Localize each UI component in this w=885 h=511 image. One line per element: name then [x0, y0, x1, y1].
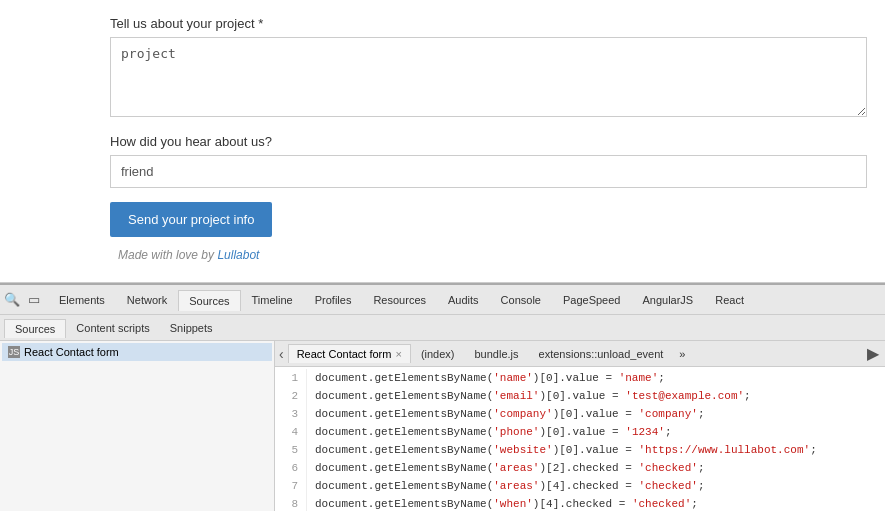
subtab-snippets[interactable]: Snippets	[160, 319, 223, 337]
footer-text: Made with love by Lullabot	[110, 247, 865, 262]
tab-resources[interactable]: Resources	[362, 289, 437, 310]
code-line-8: 8document.getElementsByName('when')[4].c…	[275, 495, 885, 511]
editor-tab-extensions[interactable]: extensions::unload_event	[529, 345, 674, 363]
more-tabs-button[interactable]: »	[673, 345, 691, 363]
line-number: 1	[275, 369, 307, 387]
heard-input[interactable]	[110, 155, 867, 188]
sources-body: JS React Contact form ‹ React Contact fo…	[0, 341, 885, 511]
code-line-4: 4document.getElementsByName('phone')[0].…	[275, 423, 885, 441]
project-label: Tell us about your project *	[110, 16, 865, 31]
file-icon: JS	[8, 346, 20, 358]
editor-tab-label: React Contact form	[297, 348, 392, 360]
code-line-3: 3document.getElementsByName('company')[0…	[275, 405, 885, 423]
run-snippet-button[interactable]: ▶	[861, 342, 885, 365]
subtab-sources[interactable]: Sources	[4, 319, 66, 338]
code-line-6: 6document.getElementsByName('areas')[2].…	[275, 459, 885, 477]
subtab-content-scripts[interactable]: Content scripts	[66, 319, 159, 337]
device-icon[interactable]: ▭	[28, 292, 40, 307]
tab-audits[interactable]: Audits	[437, 289, 490, 310]
tree-item-label: React Contact form	[24, 346, 119, 358]
tab-elements[interactable]: Elements	[48, 289, 116, 310]
tab-profiles[interactable]: Profiles	[304, 289, 363, 310]
line-content: document.getElementsByName('areas')[2].c…	[307, 459, 885, 477]
line-number: 5	[275, 441, 307, 459]
editor-tab-bundle[interactable]: bundle.js	[465, 345, 529, 363]
code-editor: ‹ React Contact form × (index) bundle.js…	[275, 341, 885, 511]
search-icon[interactable]: 🔍	[4, 292, 20, 307]
line-content: document.getElementsByName('company')[0]…	[307, 405, 885, 423]
line-number: 3	[275, 405, 307, 423]
line-content: document.getElementsByName('email')[0].v…	[307, 387, 885, 405]
tab-pagespeed[interactable]: PageSpeed	[552, 289, 632, 310]
heard-field-group: How did you hear about us?	[110, 134, 865, 188]
sources-panel: Sources Content scripts Snippets JS Reac…	[0, 315, 885, 511]
tab-angularjs[interactable]: AngularJS	[631, 289, 704, 310]
code-display: 1document.getElementsByName('name')[0].v…	[275, 367, 885, 511]
project-field-group: Tell us about your project *	[110, 16, 865, 120]
lullabot-link[interactable]: Lullabot	[217, 248, 259, 262]
editor-tab-index[interactable]: (index)	[411, 345, 465, 363]
project-textarea[interactable]	[110, 37, 867, 117]
line-number: 2	[275, 387, 307, 405]
line-number: 4	[275, 423, 307, 441]
line-content: document.getElementsByName('website')[0]…	[307, 441, 885, 459]
tab-sources[interactable]: Sources	[178, 290, 240, 311]
tab-react[interactable]: React	[704, 289, 755, 310]
tree-item-react-contact-form[interactable]: JS React Contact form	[2, 343, 272, 361]
heard-label: How did you hear about us?	[110, 134, 865, 149]
form-section: Tell us about your project * How did you…	[0, 0, 885, 283]
line-number: 6	[275, 459, 307, 477]
line-number: 8	[275, 495, 307, 511]
file-tree-inner: JS React Contact form	[0, 341, 274, 363]
submit-button[interactable]: Send your project info	[110, 202, 272, 237]
editor-tab-bar: ‹ React Contact form × (index) bundle.js…	[275, 341, 885, 367]
line-content: document.getElementsByName('when')[4].ch…	[307, 495, 885, 511]
line-content: document.getElementsByName('name')[0].va…	[307, 369, 885, 387]
prev-tab-button[interactable]: ‹	[275, 341, 288, 367]
code-line-2: 2document.getElementsByName('email')[0].…	[275, 387, 885, 405]
tab-console[interactable]: Console	[490, 289, 552, 310]
close-tab-button[interactable]: ×	[395, 348, 401, 360]
code-line-1: 1document.getElementsByName('name')[0].v…	[275, 369, 885, 387]
sources-subtab-bar: Sources Content scripts Snippets	[0, 315, 885, 341]
tab-network[interactable]: Network	[116, 289, 178, 310]
sources-file-tree: JS React Contact form	[0, 341, 275, 511]
code-line-7: 7document.getElementsByName('areas')[4].…	[275, 477, 885, 495]
line-number: 7	[275, 477, 307, 495]
editor-tab-react-contact-form[interactable]: React Contact form ×	[288, 344, 411, 363]
line-content: document.getElementsByName('phone')[0].v…	[307, 423, 885, 441]
devtools-panel: 🔍 ▭ Elements Network Sources Timeline Pr…	[0, 283, 885, 511]
line-content: document.getElementsByName('areas')[4].c…	[307, 477, 885, 495]
tab-timeline[interactable]: Timeline	[241, 289, 304, 310]
devtools-tab-bar: 🔍 ▭ Elements Network Sources Timeline Pr…	[0, 285, 885, 315]
code-line-5: 5document.getElementsByName('website')[0…	[275, 441, 885, 459]
made-with-text: Made with love by Lullabot	[118, 248, 259, 262]
